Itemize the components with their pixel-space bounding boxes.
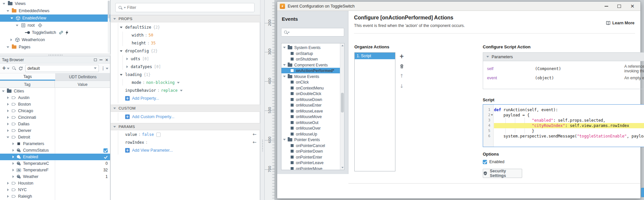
tag-value-checkbox[interactable] [103, 148, 108, 153]
event-item[interactable]: onContextMenu [281, 85, 344, 91]
event-item[interactable]: onMouseLeave [281, 108, 344, 114]
tree-item-pages[interactable]: Pages [0, 43, 110, 51]
column-header-value[interactable]: Value [55, 81, 110, 88]
expander-icon[interactable] [7, 129, 9, 132]
event-item[interactable]: onDoubleClick [281, 91, 344, 96]
event-item[interactable]: onMouseOver [281, 125, 344, 131]
dialog-titlebar[interactable]: Event Configuration on ToggleSwitch ✕ [277, 2, 640, 11]
add-custom-property-button[interactable]: + Add Custom Property... [125, 113, 174, 120]
parameters-header[interactable]: Parameters [483, 53, 644, 61]
vertical-splitter[interactable] [260, 0, 265, 200]
tag-row-chicago[interactable]: Chicago [0, 108, 110, 114]
add-property-button[interactable]: + Add Property... [125, 95, 159, 102]
tag-row-cincinnati[interactable]: Cincinnati [0, 114, 110, 121]
code-fold-icon[interactable]: ▼ [491, 113, 493, 118]
event-item[interactable]: onPointerDown [281, 148, 344, 154]
chevron-down-icon[interactable] [180, 90, 183, 91]
tag-row-commsstatus[interactable]: CommsStatus [0, 147, 110, 154]
tag-row-austin[interactable]: Austin [0, 94, 110, 101]
tab-udt-definitions[interactable]: UDT Definitions [55, 73, 110, 81]
prop-height[interactable]: height: 35 [132, 39, 156, 47]
horizontal-splitter[interactable] [0, 54, 110, 56]
tree-item-views[interactable]: Views [0, 0, 110, 7]
tag-row-weather[interactable]: Weather 1 [0, 173, 110, 180]
script-editor[interactable]: 1 2 ▼ 3 4 5 6 def runAction(self, event)… [483, 104, 644, 147]
enabled-option[interactable]: Enabled [483, 160, 504, 164]
add-action-button[interactable]: + [398, 53, 405, 60]
input-binding-arrow-icon[interactable]: ← [253, 132, 256, 137]
tag-value-checkbox[interactable] [103, 155, 108, 159]
prop-datatypes[interactable]: dataTypes [0] [126, 63, 161, 70]
refresh-icon[interactable] [18, 66, 23, 71]
tag-row-denver[interactable]: Denver [0, 127, 110, 134]
chevron-down-icon[interactable] [177, 82, 180, 84]
column-header-tag[interactable]: Tag [0, 81, 55, 88]
event-item[interactable]: onMouseUp [281, 131, 344, 137]
param-value-checkbox[interactable] [156, 133, 161, 137]
add-view-parameter-button[interactable]: + Add View Parameter... [125, 147, 173, 154]
property-filter-input[interactable] [127, 5, 252, 10]
expander-icon[interactable] [7, 188, 9, 191]
event-item-selected[interactable]: onActionPerformed* [281, 68, 340, 73]
expander-icon[interactable] [12, 149, 14, 152]
search-tags-icon[interactable] [12, 66, 16, 70]
expander-icon[interactable] [2, 90, 5, 92]
event-item[interactable]: onPointerCancel [281, 143, 344, 148]
tag-folder-cities[interactable]: Cities [0, 88, 110, 94]
section-custom[interactable]: CUSTOM [111, 105, 260, 112]
event-group-component[interactable]: Component Events [281, 62, 344, 68]
expander-icon[interactable] [12, 162, 14, 165]
close-window-icon[interactable]: ✕ [630, 4, 634, 8]
float-panel-icon[interactable] [94, 59, 97, 61]
expander-icon[interactable] [7, 96, 9, 99]
prop-value-dropdown[interactable]: replace [161, 88, 178, 93]
prop-dropconfig[interactable]: dropConfig {2} [120, 47, 158, 55]
security-settings-button[interactable]: Security Settings [483, 169, 522, 178]
events-search[interactable] [281, 28, 344, 37]
tree-item-weathericon[interactable]: WeatherIcon [0, 36, 110, 43]
expander-icon[interactable] [12, 142, 14, 145]
move-action-down-icon[interactable]: ↓ [398, 83, 405, 89]
event-group-pointer[interactable]: Pointer Events [281, 137, 344, 142]
move-action-up-icon[interactable]: ↑ [398, 73, 405, 79]
expander-icon[interactable] [12, 175, 14, 178]
section-params[interactable]: PARAMS [111, 123, 260, 130]
events-search-input[interactable] [291, 30, 342, 35]
expander-icon[interactable] [11, 38, 12, 41]
tree-item-embeddedviews[interactable]: EmbeddedViews [0, 7, 110, 14]
param-value[interactable]: value: false [125, 131, 161, 138]
enabled-checkbox[interactable] [483, 160, 487, 164]
expander-icon[interactable] [3, 3, 5, 5]
expander-icon[interactable] [7, 116, 9, 119]
expander-icon[interactable] [7, 103, 9, 106]
event-item[interactable]: onPointerMove [281, 166, 344, 170]
event-group-system[interactable]: System Events [281, 45, 344, 50]
expander-icon[interactable] [11, 17, 13, 19]
expander-icon[interactable] [7, 110, 9, 112]
expander-icon[interactable] [7, 123, 9, 125]
expander-icon[interactable] [7, 137, 9, 138]
expander-icon[interactable] [7, 46, 9, 48]
tab-tags[interactable]: Tags [0, 73, 55, 81]
prop-value[interactable]: 50 [148, 33, 153, 38]
code-line-highlighted[interactable]: "cityRowIndex": self.view.params.rowInde… [494, 123, 644, 128]
section-props[interactable]: PROPS [111, 15, 260, 22]
expander-icon[interactable] [16, 25, 18, 26]
expander-icon[interactable] [7, 195, 9, 198]
prop-loading[interactable]: loading {1} [120, 71, 150, 78]
event-item[interactable]: onShutdown [281, 56, 344, 62]
code-line[interactable]: system.perspective.sendMessage("toggleSt… [494, 134, 644, 139]
action-list[interactable]: 1. Script [354, 52, 395, 171]
expander-icon[interactable] [12, 169, 14, 171]
tag-row-raleigh[interactable]: Raleigh [0, 193, 110, 200]
tag-row-enabled[interactable]: Enabled [0, 154, 110, 160]
prop-inputbehavior[interactable]: inputBehavior: replace [125, 87, 183, 94]
tree-item-toggleswitch[interactable]: ToggleSwitch [0, 29, 110, 36]
prop-udts[interactable]: udts [0] [126, 55, 149, 63]
prop-value-dropdown[interactable]: non-blocking [146, 80, 175, 85]
event-item[interactable]: onMouseOut [281, 120, 344, 125]
expander-icon[interactable] [7, 10, 9, 12]
param-rowindex[interactable]: rowIndex: [125, 139, 149, 146]
delete-action-icon[interactable] [399, 64, 404, 69]
tag-row-houston[interactable]: Houston [0, 180, 110, 187]
